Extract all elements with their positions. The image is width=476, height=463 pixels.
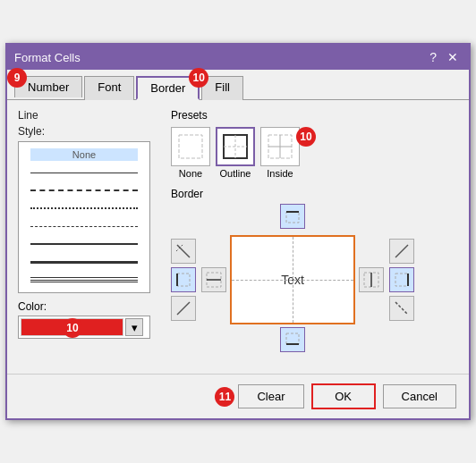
preset-outline-label: Outline	[220, 168, 251, 179]
border-preview: Text	[230, 235, 355, 324]
preset-inside-icon	[267, 133, 293, 160]
annotation-11: 11	[215, 387, 234, 407]
border-right-btns	[389, 239, 414, 321]
right-panel: Presets None	[171, 109, 458, 356]
preset-outline-icon	[222, 133, 249, 160]
border-diagonal-tl-btn[interactable]	[171, 239, 196, 264]
style-dash-dot[interactable]	[30, 220, 138, 232]
style-none[interactable]: None	[30, 148, 138, 161]
top-btns-row	[248, 204, 337, 232]
corner-bl	[248, 327, 276, 356]
border-inner-h-left-btn[interactable]	[201, 267, 226, 292]
style-dashed[interactable]	[30, 184, 138, 197]
title-bar-controls: ? ✕	[426, 51, 462, 63]
preset-outline: Outline	[216, 127, 255, 179]
number-tab-wrapper: 9 Number	[14, 75, 84, 99]
bottom-btns-row	[248, 327, 337, 356]
annotation-10-presets: 10	[296, 127, 316, 147]
inner-h-right-icon	[363, 272, 379, 288]
presets-row: None Outline	[171, 127, 458, 179]
color-section: Color: 10	[18, 300, 157, 313]
presets-label: Presets	[171, 109, 458, 122]
chevron-down-icon: ▾	[132, 321, 138, 334]
line-section-label: Line	[18, 109, 157, 122]
border-diagonal-br-btn[interactable]	[389, 296, 414, 321]
cancel-button[interactable]: Cancel	[383, 384, 456, 408]
preset-inside-label: Inside	[267, 168, 293, 179]
svg-line-23	[395, 302, 408, 315]
corner-tr	[309, 204, 337, 232]
inner-h-left-icon	[206, 272, 222, 288]
preset-none-icon	[177, 133, 204, 160]
svg-rect-18	[286, 333, 299, 344]
preset-inside: Inside	[260, 127, 300, 179]
help-button[interactable]: ?	[426, 51, 440, 63]
border-diagonal-bl-btn[interactable]	[171, 296, 196, 321]
border-left-btn[interactable]	[171, 267, 196, 292]
border-right-btn[interactable]	[389, 267, 414, 292]
preset-none-btn[interactable]	[171, 127, 210, 166]
border-bottom-btn[interactable]	[280, 327, 305, 352]
border-diagonal-tr-btn[interactable]	[389, 239, 414, 264]
corner-tl	[248, 204, 276, 232]
border-left-btns	[171, 239, 196, 321]
border-tab-wrapper: 10 Border	[136, 75, 201, 99]
ok-button[interactable]: OK	[311, 383, 376, 409]
annotation-10-color: 10	[63, 318, 82, 338]
bottom-row: 11 Clear OK Cancel	[7, 374, 469, 418]
close-button[interactable]: ✕	[444, 51, 462, 63]
svg-rect-21	[395, 274, 408, 286]
preset-none: None	[171, 127, 210, 179]
style-medium[interactable]	[30, 238, 138, 250]
style-thick[interactable]	[30, 256, 138, 268]
border-center: Text	[201, 204, 384, 356]
corner-br	[309, 327, 337, 356]
preview-text: Text	[281, 273, 304, 287]
dialog-title: Format Cells	[14, 51, 81, 64]
diagonal-tl-icon	[175, 243, 191, 259]
dialog-body: 9 Number Font 10 Border Fill Line	[7, 70, 469, 374]
left-panel: Line Style: None	[18, 109, 157, 356]
svg-line-7	[177, 245, 190, 257]
style-double[interactable]	[30, 274, 138, 286]
style-thin[interactable]	[30, 166, 138, 179]
tabs-row: 9 Number Font 10 Border Fill	[7, 70, 469, 100]
bottom-border-icon	[285, 332, 301, 348]
tab-font[interactable]: Font	[84, 76, 134, 100]
border-section-label: Border	[171, 188, 458, 200]
svg-line-20	[395, 245, 408, 257]
clear-button[interactable]: Clear	[238, 384, 303, 408]
format-cells-dialog: Format Cells ? ✕ 9 Number Font 10 Border	[5, 43, 471, 420]
border-editor: Text	[171, 204, 458, 356]
svg-line-11	[177, 302, 190, 315]
svg-rect-9	[177, 274, 190, 286]
title-bar: Format Cells ? ✕	[7, 45, 469, 70]
preset-inside-btn[interactable]	[260, 127, 300, 166]
svg-rect-0	[179, 135, 202, 158]
diagonal-br-icon	[394, 300, 410, 316]
preset-outline-btn[interactable]	[216, 127, 255, 166]
style-label: Style:	[18, 125, 157, 138]
style-dotted[interactable]	[30, 202, 138, 215]
line-style-box: None	[18, 141, 150, 293]
color-dropdown-btn[interactable]: ▾	[125, 318, 143, 336]
left-border-icon	[175, 272, 191, 288]
diagonal-bl-icon	[175, 300, 191, 316]
border-inner-h-right-btn[interactable]	[359, 267, 384, 292]
preset-none-label: None	[179, 168, 202, 179]
tab-content-border: Line Style: None	[7, 100, 469, 365]
annotation-9: 9	[7, 68, 27, 88]
svg-rect-12	[286, 212, 299, 223]
color-picker[interactable]: ▾	[18, 316, 150, 339]
middle-row: Text	[201, 235, 384, 324]
top-border-icon	[285, 208, 301, 224]
border-top-btn[interactable]	[280, 204, 305, 229]
right-border-icon	[394, 272, 410, 288]
diagonal-tr-icon	[394, 243, 410, 259]
